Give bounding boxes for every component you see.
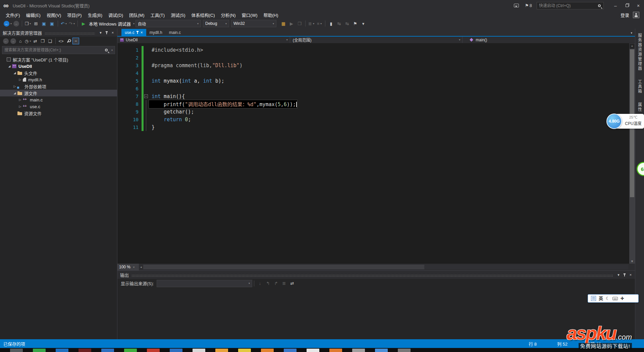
windows-taskbar[interactable] [0,348,644,352]
code-line[interactable]: 5int mymax(int a, int b); [117,77,635,85]
code-line[interactable]: 3#pragma comment(lib,"Dll.lib") [117,61,635,69]
tree-item[interactable]: 资源文件 [0,110,117,117]
taskbar-app-icon[interactable] [261,349,274,352]
pin-icon[interactable] [622,272,628,278]
watch-mode-dropdown[interactable]: 自动▾ [136,20,201,27]
taskbar-app-icon[interactable] [56,349,68,352]
collapse-arrow-icon[interactable]: ◢ [7,64,11,68]
new-project-icon[interactable]: ❒▾ [24,20,32,27]
view-code-icon[interactable]: <> [58,37,64,45]
memory-usage-bubble[interactable]: 4.80G [606,114,622,129]
word-wrap-icon[interactable]: ⇄ [288,280,296,287]
comment-icon[interactable]: ↹ [335,20,343,27]
ime-fullwidth-icon[interactable]: ☾ [606,296,610,301]
tree-item[interactable]: ▷mydll.h [0,76,117,83]
code-line[interactable]: 2 [117,54,635,61]
taskbar-app-icon[interactable] [147,349,160,352]
sync-with-active-document-icon[interactable]: ⇄ [32,37,39,45]
collapse-arrow-icon[interactable]: ◢ [13,71,17,75]
horizontal-scrollbar[interactable] [143,265,628,269]
code-line[interactable]: 10 return 0; [117,116,635,123]
menu-item[interactable]: 测试(S) [168,11,188,19]
taskbar-app-icon[interactable] [307,349,319,352]
collapse-arrow-icon[interactable]: ◢ [13,91,17,95]
output-source-dropdown[interactable]: ▾ [157,280,252,287]
save-icon[interactable]: ▣ [40,20,48,27]
ime-settings-icon[interactable]: ✚ [621,296,624,301]
taskbar-app-icon[interactable] [284,349,297,352]
ime-mode-icon[interactable]: 田 [591,296,596,301]
taskbar-app-icon[interactable] [124,349,137,352]
refresh-icon[interactable]: ❐ [39,37,46,45]
bookmark-icon[interactable]: ⚑ [352,20,359,27]
expand-arrow-icon[interactable]: ▷ [13,85,17,88]
taskbar-app-icon[interactable] [10,349,23,352]
menu-item[interactable]: 团队(M) [126,11,148,19]
cpu-temperature-widget[interactable]: 25℃ CPU温度 4.80G [606,113,644,130]
tab-main.c[interactable]: main.c [166,29,184,36]
chevron-down-icon[interactable]: ▾ [111,49,113,52]
taskbar-app-icon[interactable] [170,349,182,352]
code-line[interactable]: 6 [117,85,635,92]
toolbar-overflow-icon[interactable]: ▾ [360,20,367,27]
scroll-left-icon[interactable]: ◂ [140,265,142,269]
menu-item[interactable]: 体系结构(C) [188,11,218,19]
taskbar-app-icon[interactable] [398,349,411,352]
pending-changes-filter-icon[interactable]: ◷▾ [24,37,31,45]
tree-item[interactable]: ◢头文件 [0,70,117,76]
next-message-icon[interactable]: ↱ [272,280,280,287]
menu-item[interactable]: 窗口(W) [239,11,261,19]
output-content[interactable] [117,288,635,339]
pin-icon[interactable] [137,31,138,34]
taskbar-app-icon[interactable] [238,349,251,352]
zoom-level-dropdown[interactable]: 100 % ▾ [117,264,139,270]
navigate-backward-list-icon[interactable]: ≣▾ [308,20,315,27]
redo-icon[interactable]: ↷▾ [68,20,75,27]
code-editor[interactable]: 1#include<stdio.h>23#pragma comment(lib,… [117,43,635,264]
undo-icon[interactable]: ↶▾ [60,20,67,27]
solution-search-box[interactable]: ▾ [2,46,115,54]
tab-use.c[interactable]: use.c× [121,29,146,36]
menu-item[interactable]: 帮助(H) [261,11,281,19]
tool-tab-服务器资源管理器[interactable]: 服务器资源管理器 [637,31,643,73]
quick-launch-input[interactable] [537,3,597,8]
ime-language-toggle[interactable]: 英 [599,296,603,301]
taskbar-app-icon[interactable] [375,349,388,352]
code-line[interactable]: 1#include<stdio.h> [117,46,635,54]
configuration-dropdown[interactable]: Debug▾ [203,20,229,27]
expand-arrow-icon[interactable]: ▷ [18,78,22,81]
tree-item[interactable]: ◢UseDll [0,63,117,70]
prev-message-icon[interactable]: ↰ [264,280,272,287]
close-tab-icon[interactable]: × [141,30,143,35]
navigate-forward-icon[interactable]: → [12,20,20,27]
search-icon[interactable] [598,4,601,7]
code-line[interactable]: 11} [117,123,635,131]
attach-process-icon[interactable]: ▶ [288,20,295,27]
horizontal-scrollbar-thumb[interactable] [143,265,425,269]
vertical-scrollbar[interactable]: + ▼ [629,43,635,264]
taskbar-app-icon[interactable] [329,349,342,352]
quick-launch-box[interactable] [537,2,604,9]
uncomment-icon[interactable]: ↹ [343,20,351,27]
close-button[interactable]: × [633,1,644,10]
start-debugger-button[interactable]: 本地 Windows 调试器 [89,20,131,27]
indent-icon[interactable]: ▮ [327,20,335,27]
taskbar-app-icon[interactable] [352,349,365,352]
debugger-dropdown-icon[interactable]: ▾ [133,22,135,25]
navigate-forward-list-icon[interactable]: ≡▾ [316,20,323,27]
feedback-icon[interactable] [514,4,519,7]
user-avatar-icon[interactable] [633,12,639,18]
clear-all-icon[interactable]: ≣ [280,280,288,287]
panel-position-dropdown-icon[interactable]: ▾ [98,30,104,36]
output-panel-header[interactable]: 输出 ▾ × [117,271,635,279]
restore-button[interactable] [621,1,633,10]
pin-icon[interactable] [104,30,110,36]
panel-position-dropdown-icon[interactable]: ▾ [615,272,622,278]
menu-item[interactable]: 调试(D) [105,11,126,19]
navigate-back-icon[interactable]: ←▾ [4,20,12,27]
find-in-files-icon[interactable]: ❒ [296,20,303,27]
save-all-icon[interactable]: ▣ [48,20,56,27]
code-line[interactable]: 4 [117,69,635,77]
input-method-toolbar[interactable]: 田 英 ☾ ✚ [588,294,639,303]
tab-mydll.h[interactable]: mydll.h [146,29,166,36]
